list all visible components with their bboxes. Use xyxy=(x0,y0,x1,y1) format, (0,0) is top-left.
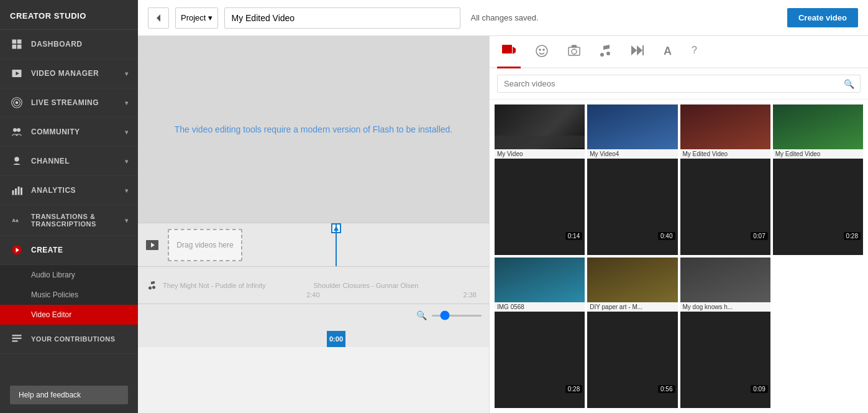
zoom-out-icon: 🔍 xyxy=(416,310,427,320)
editor-panel: The video editing tools require a modern… xyxy=(138,36,489,413)
sidebar-item-your-contributions[interactable]: YOUR CONTRIBUTIONS xyxy=(0,325,138,354)
sidebar-item-translations[interactable]: Aa TRANSLATIONS & TRANSCRIPTIONS ▾ xyxy=(0,205,138,236)
thumb-preview-v3 xyxy=(680,104,770,149)
svg-point-35 xyxy=(600,53,604,57)
duration-badge-v7: 0:09 xyxy=(751,385,767,393)
music-label-2: Shoulder Closures - Gunnar Olsen xyxy=(314,282,419,289)
svg-point-36 xyxy=(606,52,610,55)
video-thumb-v1[interactable]: 0:14 My Video xyxy=(495,104,585,255)
timeline: Drag videos here They Might Not - Puddle… xyxy=(138,223,489,347)
search-wrap: 🔍 xyxy=(497,75,861,93)
video-thumb-v6[interactable]: 0:56 DIY paper art - M... xyxy=(587,258,677,408)
panel-tabs: A ? xyxy=(490,36,868,68)
sidebar-sub-audio-library[interactable]: Audio Library xyxy=(0,265,138,285)
tab-emoji[interactable] xyxy=(531,41,553,68)
tab-camera[interactable] xyxy=(563,41,585,68)
thumb-preview-v7 xyxy=(680,258,770,302)
title-label-v3: My Edited Video xyxy=(680,149,770,159)
duration-badge-v3: 0:07 xyxy=(751,232,767,240)
video-thumb-v5[interactable]: 0:28 IMG 0568 xyxy=(495,258,585,408)
duration-badge-v6: 0:56 xyxy=(658,385,675,393)
your-contributions-label: YOUR CONTRIBUTIONS xyxy=(31,335,116,343)
search-icon: 🔍 xyxy=(844,79,854,89)
sidebar-item-analytics[interactable]: ANALYTICS ▾ xyxy=(0,176,138,205)
translations-arrow: ▾ xyxy=(125,217,129,224)
svg-rect-2 xyxy=(12,45,17,49)
svg-rect-1 xyxy=(17,40,22,44)
content-area: The video editing tools require a modern… xyxy=(138,36,868,413)
sidebar-sub-music-policies[interactable]: Music Policies xyxy=(0,285,138,305)
zoom-slider[interactable] xyxy=(432,315,482,317)
tab-help[interactable]: ? xyxy=(687,41,702,68)
svg-marker-29 xyxy=(513,47,516,54)
channel-label: CHANNEL xyxy=(31,157,70,165)
svg-point-31 xyxy=(539,49,541,50)
svg-rect-14 xyxy=(18,187,20,195)
analytics-icon xyxy=(10,183,24,197)
main-content: Project ▾ All changes saved. Create vide… xyxy=(138,0,868,413)
help-feedback-button[interactable]: Help and feedback xyxy=(10,386,128,404)
sidebar-item-channel[interactable]: CHANNEL ▾ xyxy=(0,147,138,176)
svg-point-30 xyxy=(536,45,547,57)
sidebar-item-dashboard[interactable]: DASHBOARD xyxy=(0,30,138,59)
svg-rect-15 xyxy=(21,188,22,195)
music-track-icon xyxy=(143,281,162,290)
sidebar-sub-video-editor[interactable]: Video Editor xyxy=(0,305,138,325)
svg-point-26 xyxy=(148,286,152,289)
svg-point-11 xyxy=(14,157,19,162)
svg-rect-39 xyxy=(642,45,644,55)
create-label: CREATE xyxy=(31,246,63,254)
video-thumb-v7[interactable]: 0:09 My dog knows h... xyxy=(680,258,770,408)
create-video-button[interactable]: Create video xyxy=(787,8,858,27)
music-label-1: They Might Not - Puddle of Infinity xyxy=(163,282,266,289)
tab-skip[interactable] xyxy=(626,41,649,68)
sidebar-item-create[interactable]: CREATE xyxy=(0,236,138,265)
thumb-preview-v1 xyxy=(495,104,585,149)
community-arrow: ▾ xyxy=(125,129,129,136)
tab-music[interactable] xyxy=(595,41,616,68)
search-input[interactable] xyxy=(497,75,861,93)
duration-badge-v2: 0:40 xyxy=(658,232,675,240)
cursor-handle: 0:00 xyxy=(327,331,345,347)
title-label-v7: My dog knows h... xyxy=(680,302,770,312)
tab-video[interactable] xyxy=(497,41,521,68)
creator-studio-title: CREATOR STUDIO xyxy=(0,0,138,30)
title-label-v1: My Video xyxy=(495,149,585,159)
project-name-input[interactable] xyxy=(224,7,460,29)
music-time-1: 2:40 xyxy=(306,291,319,299)
timeline-bottom-bar: 🔍 xyxy=(138,304,489,327)
analytics-arrow: ▾ xyxy=(125,187,129,194)
thumb-preview-v6 xyxy=(587,258,677,302)
drop-zone[interactable]: Drag videos here xyxy=(168,229,242,261)
community-label: COMMUNITY xyxy=(31,128,80,136)
music-track: They Might Not - Puddle of Infinity Shou… xyxy=(138,267,489,304)
tab-text[interactable]: A xyxy=(659,41,677,68)
create-icon xyxy=(10,243,24,257)
svg-point-34 xyxy=(572,49,577,54)
title-label-v4: My Edited Video xyxy=(773,149,863,159)
svg-rect-21 xyxy=(12,340,18,341)
back-button[interactable] xyxy=(148,7,169,29)
project-dropdown[interactable]: Project ▾ xyxy=(175,7,218,29)
svg-rect-19 xyxy=(12,335,22,336)
live-streaming-label: LIVE STREAMING xyxy=(31,98,99,107)
translations-icon: Aa xyxy=(10,213,24,227)
right-panel: A ? 🔍 0:14 xyxy=(489,36,868,413)
sidebar-item-live-streaming[interactable]: LIVE STREAMING ▾ xyxy=(0,88,138,118)
sidebar-item-community[interactable]: COMMUNITY ▾ xyxy=(0,118,138,147)
svg-rect-0 xyxy=(12,40,17,44)
duration-badge-v4: 0:28 xyxy=(844,232,861,240)
svg-point-9 xyxy=(13,128,17,132)
svg-rect-20 xyxy=(12,338,22,339)
video-thumb-v2[interactable]: 0:40 My Video4 xyxy=(587,104,677,255)
video-thumb-v4[interactable]: 0:28 My Edited Video xyxy=(773,104,863,255)
duration-badge-v5: 0:28 xyxy=(565,385,582,393)
video-thumb-v3[interactable]: 0:07 My Edited Video xyxy=(680,104,770,255)
svg-point-32 xyxy=(543,49,544,50)
svg-text:Aa: Aa xyxy=(12,218,19,223)
thumb-preview-v2 xyxy=(587,104,677,149)
svg-point-27 xyxy=(152,285,155,289)
svg-rect-12 xyxy=(12,190,14,195)
thumb-preview-v5 xyxy=(495,258,585,302)
sidebar-item-video-manager[interactable]: VIDEO MANAGER ▾ xyxy=(0,59,138,88)
